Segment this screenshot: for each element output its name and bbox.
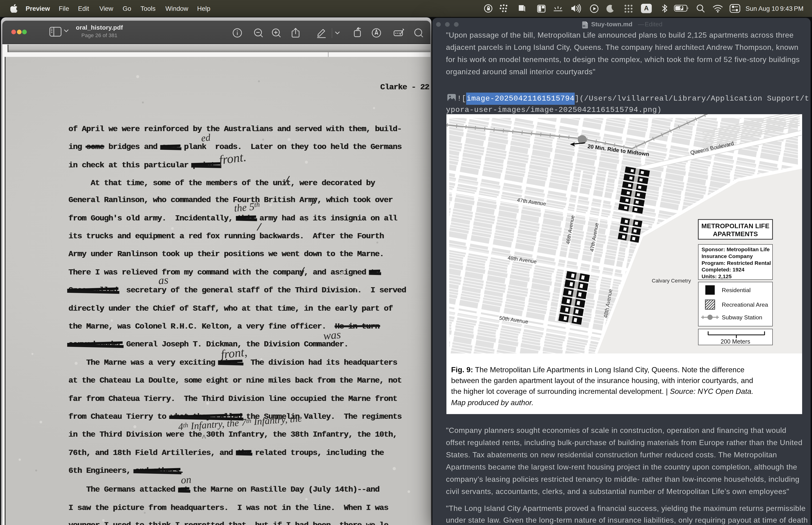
svg-text:Program: Restricted Rental: Program: Restricted Rental <box>702 260 771 266</box>
svg-text:Recreational Area: Recreational Area <box>722 301 768 308</box>
svg-text:Sponsor: Metropolitan Life: Sponsor: Metropolitan Life <box>702 246 770 252</box>
svg-text:Insurance Company: Insurance Company <box>702 253 753 259</box>
svg-text:APARTMENTS: APARTMENTS <box>713 230 758 238</box>
svg-text:200 Meters: 200 Meters <box>721 338 750 345</box>
svg-text:Completed: 1924: Completed: 1924 <box>702 267 745 273</box>
svg-text:Residential: Residential <box>722 287 751 293</box>
svg-text:Subway Station: Subway Station <box>722 314 762 320</box>
svg-text:Units: 2,125: Units: 2,125 <box>702 273 732 280</box>
svg-text:M↓: M↓ <box>583 24 587 28</box>
svg-text:Calvary Cemetry: Calvary Cemetry <box>652 278 691 284</box>
svg-text:METROPOLITAN LIFE: METROPOLITAN LIFE <box>701 222 769 229</box>
